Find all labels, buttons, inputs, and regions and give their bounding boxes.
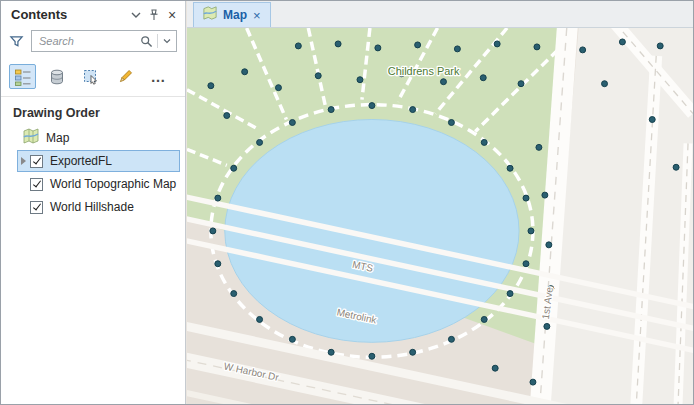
map-point bbox=[544, 323, 550, 329]
layer-label: World Topographic Map bbox=[50, 177, 176, 191]
map-point bbox=[481, 139, 487, 145]
map-node-icon bbox=[23, 128, 39, 147]
map-point bbox=[328, 107, 334, 113]
map-point bbox=[315, 73, 321, 79]
tab-close-icon[interactable]: × bbox=[253, 9, 261, 22]
map-point bbox=[295, 43, 301, 49]
tab-map[interactable]: Map × bbox=[193, 2, 271, 27]
map-point bbox=[530, 379, 536, 385]
list-by-data-source-button[interactable] bbox=[43, 64, 70, 89]
map-point bbox=[231, 291, 237, 297]
drawing-order-heading: Drawing Order bbox=[1, 97, 185, 126]
map-point bbox=[257, 316, 263, 322]
map-point bbox=[673, 164, 679, 170]
map-point bbox=[375, 45, 381, 51]
map-point bbox=[518, 81, 524, 87]
search-box bbox=[31, 30, 177, 52]
search-dropdown-chevron-icon[interactable] bbox=[161, 32, 173, 50]
close-icon[interactable]: × bbox=[163, 6, 181, 24]
map-point bbox=[619, 39, 625, 45]
map-point bbox=[215, 261, 221, 267]
pond bbox=[225, 120, 519, 343]
layers-tree: Map ExportedFL World Topographic Map Wor… bbox=[1, 126, 185, 218]
map-canvas[interactable]: Childrens ParkMTSMetrolink1st AveW Harbo… bbox=[187, 28, 693, 404]
layer-row-exportedfl[interactable]: ExportedFL bbox=[17, 150, 180, 172]
layer-checkbox[interactable] bbox=[30, 201, 43, 214]
map-point bbox=[335, 41, 341, 47]
checkmark-icon bbox=[32, 179, 40, 188]
map-point bbox=[369, 103, 375, 109]
map-point bbox=[536, 144, 542, 150]
map-point bbox=[440, 79, 446, 85]
map-point bbox=[242, 69, 248, 75]
chevron-down-icon[interactable] bbox=[127, 6, 145, 24]
pin-icon[interactable] bbox=[145, 6, 163, 24]
map-point bbox=[494, 41, 500, 47]
map-point bbox=[410, 107, 416, 113]
map-point bbox=[231, 165, 237, 171]
layer-checkbox[interactable] bbox=[30, 178, 43, 191]
search-icon[interactable] bbox=[139, 34, 154, 49]
tab-label: Map bbox=[223, 8, 247, 22]
divider bbox=[157, 34, 158, 48]
list-by-selection-button[interactable] bbox=[77, 64, 104, 89]
expand-arrow-icon[interactable] bbox=[21, 157, 26, 165]
map-point bbox=[257, 139, 263, 145]
map-point bbox=[215, 195, 221, 201]
checkmark-icon bbox=[32, 156, 40, 165]
map-point bbox=[507, 165, 513, 171]
list-by-editing-button[interactable] bbox=[111, 64, 138, 89]
map-tab-icon bbox=[203, 6, 217, 24]
map-point bbox=[289, 120, 295, 126]
map-point bbox=[602, 81, 608, 87]
search-input[interactable] bbox=[37, 34, 139, 48]
map-point bbox=[528, 228, 534, 234]
map-point bbox=[523, 261, 529, 267]
map-point bbox=[534, 44, 540, 50]
map-point bbox=[328, 349, 334, 355]
layer-label: ExportedFL bbox=[50, 154, 112, 168]
map-label: Childrens Park bbox=[388, 65, 460, 77]
map-point bbox=[657, 43, 663, 49]
filter-funnel-icon[interactable] bbox=[8, 33, 25, 50]
map-point bbox=[448, 336, 454, 342]
map-point bbox=[275, 85, 281, 91]
map-point bbox=[649, 117, 655, 123]
layer-label: World Hillshade bbox=[50, 200, 134, 214]
map-point bbox=[208, 83, 214, 89]
map-view[interactable]: Childrens ParkMTSMetrolink1st AveW Harbo… bbox=[187, 28, 693, 404]
contents-header: Contents × bbox=[1, 1, 185, 28]
map-point bbox=[480, 75, 486, 81]
contents-toolbar: … bbox=[1, 58, 185, 97]
map-point bbox=[542, 192, 548, 198]
map-point bbox=[210, 228, 216, 234]
map-point bbox=[448, 120, 454, 126]
more-options-button[interactable]: … bbox=[145, 64, 172, 89]
map-point bbox=[546, 242, 552, 248]
layer-checkbox[interactable] bbox=[30, 155, 43, 168]
arcgis-window: Contents × bbox=[0, 0, 694, 405]
layer-row-world-topographic-map[interactable]: World Topographic Map bbox=[17, 173, 180, 195]
map-point bbox=[492, 365, 498, 371]
layer-row-world-hillshade[interactable]: World Hillshade bbox=[17, 196, 180, 218]
map-point bbox=[357, 77, 363, 83]
map-point bbox=[224, 113, 230, 119]
map-point bbox=[580, 47, 586, 53]
panel-title: Contents bbox=[11, 7, 127, 22]
map-point bbox=[481, 316, 487, 322]
map-point bbox=[369, 353, 375, 359]
search-row bbox=[1, 28, 185, 58]
view-tab-bar: Map × bbox=[187, 1, 693, 28]
map-point bbox=[523, 195, 529, 201]
checkmark-icon bbox=[32, 202, 40, 211]
list-by-drawing-order-button[interactable] bbox=[9, 64, 36, 89]
map-point bbox=[410, 349, 416, 355]
map-node-label: Map bbox=[46, 131, 69, 145]
map-point bbox=[454, 46, 460, 52]
map-point bbox=[289, 336, 295, 342]
map-point bbox=[507, 291, 513, 297]
map-point bbox=[415, 42, 421, 48]
tree-node-map[interactable]: Map bbox=[1, 126, 185, 149]
contents-panel: Contents × bbox=[1, 1, 186, 404]
